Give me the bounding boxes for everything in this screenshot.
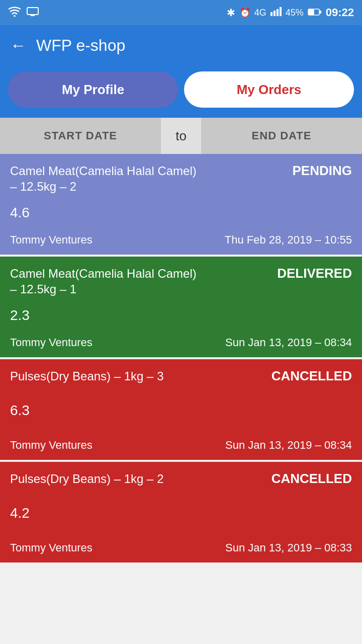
start-date-button[interactable]: START DATE	[0, 118, 161, 154]
my-profile-tab[interactable]: My Profile	[8, 71, 178, 108]
order-date: Sun Jan 13, 2019 – 08:34	[225, 336, 352, 349]
order-card[interactable]: Camel Meat(Camelia Halal Camel) – 12.5kg…	[0, 257, 362, 357]
order-bottom: Tommy Ventures Thu Feb 28, 2019 – 10:55	[10, 233, 352, 247]
svg-rect-9	[309, 10, 314, 15]
order-top: Camel Meat(Camelia Halal Camel) – 12.5kg…	[10, 163, 352, 194]
signal-icon	[270, 7, 282, 19]
back-button[interactable]: ←	[10, 36, 26, 55]
order-name: Pulses(Dry Beans) – 1kg – 2	[10, 471, 201, 487]
network-label: 4G	[254, 8, 266, 18]
status-bar-left-icons	[8, 7, 39, 19]
order-bottom: Tommy Ventures Sun Jan 13, 2019 – 08:33	[10, 541, 352, 554]
status-bar: ✱ ⏰ 4G 45% 09:22	[0, 0, 362, 25]
svg-point-0	[14, 15, 16, 17]
status-bar-right-icons: ✱ ⏰ 4G 45% 09:22	[227, 6, 354, 19]
svg-rect-7	[280, 7, 282, 16]
order-vendor: Tommy Ventures	[10, 541, 93, 554]
order-date: Thu Feb 28, 2019 – 10:55	[225, 233, 352, 247]
my-orders-tab[interactable]: My Orders	[184, 71, 354, 108]
svg-rect-5	[274, 11, 276, 16]
time-display: 09:22	[326, 6, 354, 19]
app-title: WFP e-shop	[36, 36, 125, 55]
order-bottom: Tommy Ventures Sun Jan 13, 2019 – 08:34	[10, 439, 352, 452]
date-filter-row: START DATE to END DATE	[0, 118, 362, 154]
order-rating: 6.3	[10, 403, 352, 419]
tab-row: My Profile My Orders	[0, 65, 362, 118]
order-status: PENDING	[293, 163, 352, 179]
bluetooth-icon: ✱	[227, 7, 235, 19]
order-card[interactable]: Camel Meat(Camelia Halal Camel) – 12.5kg…	[0, 154, 362, 255]
order-vendor: Tommy Ventures	[10, 336, 93, 349]
orders-list: Camel Meat(Camelia Halal Camel) – 12.5kg…	[0, 154, 362, 562]
alarm-icon: ⏰	[239, 7, 250, 18]
order-status: CANCELLED	[272, 471, 352, 487]
order-top: Pulses(Dry Beans) – 1kg – 3 CANCELLED	[10, 368, 352, 384]
screen-icon	[26, 7, 39, 19]
order-top: Pulses(Dry Beans) – 1kg – 2 CANCELLED	[10, 471, 352, 487]
battery-percent: 45%	[286, 8, 304, 18]
svg-rect-1	[27, 8, 38, 15]
wifi-icon	[8, 7, 21, 19]
order-vendor: Tommy Ventures	[10, 439, 93, 452]
app-bar: ← WFP e-shop	[0, 25, 362, 65]
order-date: Sun Jan 13, 2019 – 08:34	[225, 439, 352, 452]
svg-rect-4	[270, 12, 273, 16]
svg-rect-10	[319, 11, 321, 14]
date-to-label: to	[161, 128, 201, 144]
order-rating: 4.2	[10, 505, 352, 521]
order-date: Sun Jan 13, 2019 – 08:33	[225, 541, 352, 554]
order-vendor: Tommy Ventures	[10, 233, 93, 247]
order-top: Camel Meat(Camelia Halal Camel) – 12.5kg…	[10, 266, 352, 297]
order-bottom: Tommy Ventures Sun Jan 13, 2019 – 08:34	[10, 336, 352, 349]
order-name: Pulses(Dry Beans) – 1kg – 3	[10, 368, 201, 384]
order-card[interactable]: Pulses(Dry Beans) – 1kg – 3 CANCELLED 6.…	[0, 359, 362, 460]
order-status: DELIVERED	[277, 266, 352, 281]
order-name: Camel Meat(Camelia Halal Camel) – 12.5kg…	[10, 163, 201, 194]
order-card[interactable]: Pulses(Dry Beans) – 1kg – 2 CANCELLED 4.…	[0, 462, 362, 562]
order-rating: 2.3	[10, 307, 352, 324]
order-name: Camel Meat(Camelia Halal Camel) – 12.5kg…	[10, 266, 201, 297]
order-status: CANCELLED	[272, 368, 352, 384]
svg-rect-6	[277, 9, 279, 16]
order-rating: 4.6	[10, 205, 352, 221]
battery-icon	[308, 7, 322, 19]
end-date-button[interactable]: END DATE	[201, 118, 362, 154]
